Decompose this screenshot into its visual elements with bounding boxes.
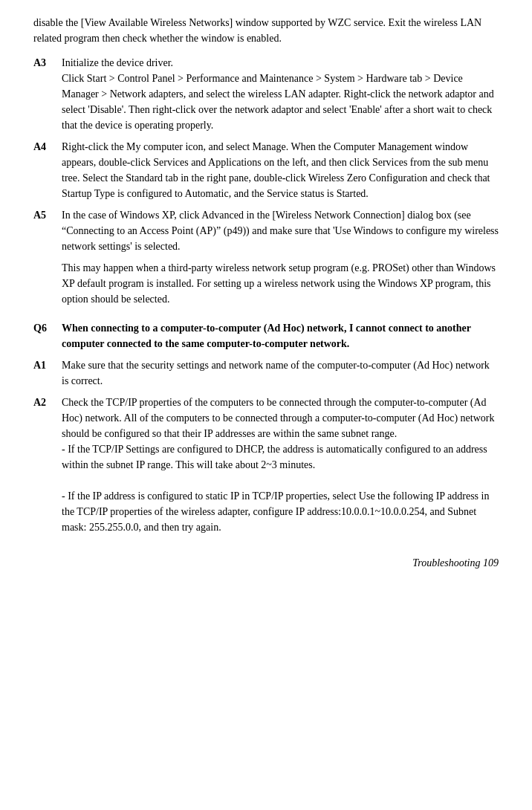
a1-row: A1 Make sure that the security settings …: [33, 357, 499, 389]
a5-content: In the case of Windows XP, click Advance…: [62, 207, 499, 254]
a2-label: A2: [33, 395, 62, 410]
a3-row: A3 Initialize the device driver. Click S…: [33, 55, 499, 133]
q6-label: Q6: [33, 320, 62, 336]
a4-row: A4 Right-click the My computer icon, and…: [33, 139, 499, 201]
intro-paragraph: disable the [View Available Wireless Net…: [33, 15, 499, 46]
a2-content: Check the TCP/IP properties of the compu…: [62, 395, 499, 535]
qa-block: A3 Initialize the device driver. Click S…: [33, 55, 499, 535]
q6-row: Q6 When connecting to a computer-to-comp…: [33, 320, 499, 351]
a5-row: A5 In the case of Windows XP, click Adva…: [33, 207, 499, 254]
a1-content: Make sure that the security settings and…: [62, 357, 499, 389]
a2-row: A2 Check the TCP/IP properties of the co…: [33, 395, 499, 535]
a3-label: A3: [33, 55, 62, 71]
a4-label: A4: [33, 139, 62, 155]
intro-text: disable the [View Available Wireless Net…: [33, 17, 481, 44]
q6-content: When connecting to a computer-to-compute…: [62, 320, 499, 351]
a5-label: A5: [33, 207, 62, 223]
a4-content: Right-click the My computer icon, and se…: [62, 139, 499, 201]
a5-extra: This may happen when a third-party wirel…: [62, 260, 499, 307]
a3-content: Initialize the device driver. Click Star…: [62, 55, 499, 133]
footer: Troubleshooting 109: [33, 557, 499, 569]
a1-label: A1: [33, 357, 62, 373]
page-content: disable the [View Available Wireless Net…: [33, 15, 499, 569]
page-number: Troubleshooting 109: [412, 557, 499, 569]
